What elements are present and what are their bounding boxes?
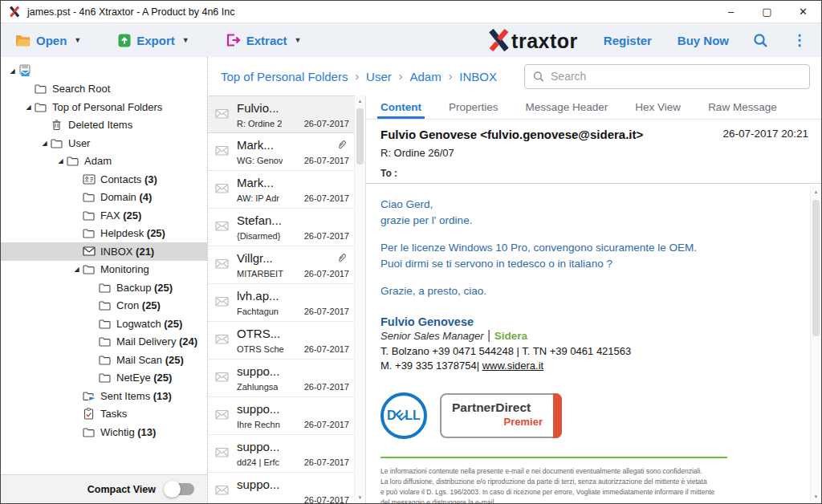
message-date: 26-07-2017 bbox=[304, 344, 349, 354]
tree-item-label: Logwatch bbox=[116, 318, 161, 330]
message-list-item[interactable]: OTRS...OTRS Sche26-07-2017 bbox=[208, 322, 354, 360]
buy-now-link[interactable]: Buy Now bbox=[678, 34, 729, 47]
signature-block: Fulvio Genovese Senior Sales Manager | S… bbox=[380, 315, 794, 372]
tree-item-mail-delivery[interactable]: Mail Delivery (24) bbox=[1, 333, 207, 352]
tree-item-mail-scan[interactable]: Mail Scan (25) bbox=[1, 351, 207, 369]
tree-item-fax[interactable]: FAX (25) bbox=[1, 206, 207, 225]
tab-content[interactable]: Content bbox=[380, 96, 421, 119]
tree-item-contacts[interactable]: Contacts (3) bbox=[1, 170, 207, 189]
xtraxtor-brand-logo: traxtor bbox=[487, 29, 578, 51]
tree-item-count: (25) bbox=[144, 227, 165, 239]
message-list-item[interactable]: suppo...dd24 | Erfc26-07-2017 bbox=[208, 435, 354, 473]
message-list-item[interactable]: suppo...Zahlungsa26-07-2017 bbox=[208, 360, 354, 397]
message-list-item[interactable]: Mark...WG: Genov26-07-2017 bbox=[208, 133, 354, 171]
tree-item-count: (4) bbox=[136, 191, 153, 203]
compact-view-toggle[interactable] bbox=[165, 483, 194, 495]
scroll-up-icon[interactable]: ▲ bbox=[811, 189, 821, 194]
tree-item-search-root[interactable]: Search Root bbox=[1, 80, 207, 99]
folder-icon bbox=[98, 282, 112, 294]
folder-icon bbox=[98, 372, 112, 384]
tree-item-wichtig[interactable]: Wichtig (13) bbox=[1, 423, 207, 441]
tree-item-root[interactable]: ◢ bbox=[1, 62, 207, 80]
export-file-icon bbox=[118, 34, 131, 47]
scrollbar-thumb[interactable] bbox=[356, 108, 364, 165]
tree-item-neteye[interactable]: NetEye (25) bbox=[1, 369, 207, 388]
kebab-menu-icon[interactable]: ⋮ bbox=[792, 33, 807, 47]
message-sender: Mark... bbox=[237, 138, 349, 153]
message-subject: Fachtagun bbox=[237, 307, 279, 316]
tab-message-header[interactable]: Message Header bbox=[526, 96, 608, 119]
tree-item-label: Backup bbox=[116, 282, 151, 294]
window-title: james.pst - 4n6 Xtraxtor - A Product by … bbox=[27, 6, 234, 18]
tree-item-user[interactable]: ◢User bbox=[1, 134, 207, 152]
message-list-item[interactable]: Stefan...{Disarmed}26-07-2017 bbox=[208, 209, 354, 246]
expand-arrow-icon[interactable]: ◢ bbox=[55, 157, 66, 165]
export-button[interactable]: Export ▼ bbox=[118, 34, 189, 47]
search-input[interactable] bbox=[551, 70, 801, 83]
extract-button[interactable]: Extract ▼ bbox=[226, 34, 302, 47]
search-icon[interactable] bbox=[753, 33, 768, 48]
breadcrumb-item-user[interactable]: User bbox=[366, 70, 392, 83]
message-subject: OTRS Sche bbox=[237, 344, 284, 354]
expand-arrow-icon[interactable]: ◢ bbox=[23, 104, 34, 111]
tree-item-tasks[interactable]: Tasks bbox=[1, 405, 207, 424]
tree-item-backup[interactable]: Backup (25) bbox=[1, 278, 207, 297]
tab-raw-message[interactable]: Raw Message bbox=[708, 96, 777, 119]
tree-item-logwatch[interactable]: Logwatch (25) bbox=[1, 315, 207, 333]
maximize-button[interactable]: ▢ bbox=[749, 1, 785, 22]
tree-item-adam[interactable]: ◢Adam bbox=[1, 152, 207, 171]
message-list-item[interactable]: Fulvio...R: Ordine 226-07-2017 bbox=[208, 96, 354, 133]
message-list-item[interactable]: suppo...26-07-2017 bbox=[208, 473, 354, 503]
message-sender: Villgr... bbox=[237, 251, 349, 266]
folder-icon bbox=[82, 227, 96, 239]
message-list-item[interactable]: lvh.ap...Fachtagun26-07-2017 bbox=[208, 284, 354, 322]
folder-icon bbox=[34, 101, 47, 113]
body-paragraph: Per le licenze Windows 10 Pro, convengon… bbox=[380, 240, 794, 271]
content-scrollbar[interactable]: ▲ ▼ bbox=[810, 185, 821, 503]
disclaimer-italian: Le informazioni contenute nella presente… bbox=[380, 466, 794, 503]
body-paragraph: Grazie, a presto, ciao. bbox=[380, 283, 794, 299]
tree-item-top-of-personal-folders[interactable]: ◢Top of Personal Folders bbox=[1, 98, 207, 116]
breadcrumb-item-inbox[interactable]: INBOX bbox=[459, 70, 497, 83]
message-date: 26-07-2017 bbox=[304, 269, 349, 278]
breadcrumb-bar: Top of Personal Folders›User›Adam›INBOX bbox=[208, 57, 821, 96]
disclaimer-line: e può violare il D. Lgs. 196/2003. In ca… bbox=[380, 487, 794, 498]
tree-item-deleted-items[interactable]: Deleted Items bbox=[1, 116, 207, 135]
scroll-down-icon[interactable]: ▼ bbox=[355, 495, 365, 500]
mail-to-label: To : bbox=[380, 168, 807, 179]
breadcrumb-item-adam[interactable]: Adam bbox=[409, 70, 441, 83]
message-list-item[interactable]: Mark...AW: IP Adr26-07-2017 bbox=[208, 171, 354, 209]
message-list-item[interactable]: Villgr...MITARBEIT26-07-2017 bbox=[208, 246, 354, 284]
expand-arrow-icon[interactable]: ◢ bbox=[71, 266, 82, 273]
scrollbar-thumb[interactable] bbox=[812, 200, 820, 336]
message-list-scrollbar[interactable]: ▲ ▼ bbox=[354, 96, 365, 503]
tree-item-helpdesk[interactable]: Helpdesk (25) bbox=[1, 225, 207, 243]
mail-body: Ciao Gerd,grazie per l' ordine.Per le li… bbox=[366, 184, 810, 503]
message-sender: Fulvio... bbox=[237, 101, 349, 116]
scroll-down-icon[interactable]: ▼ bbox=[811, 494, 821, 499]
breadcrumb-item-top-of-personal-folders[interactable]: Top of Personal Folders bbox=[221, 70, 348, 83]
message-sender: OTRS... bbox=[237, 327, 349, 342]
tree-item-sent-items[interactable]: Sent Items (13) bbox=[1, 387, 207, 405]
signature-website-link[interactable]: www.sidera.it bbox=[482, 360, 544, 372]
sent-icon bbox=[82, 390, 96, 402]
tree-item-label: NetEye bbox=[116, 372, 151, 384]
message-list-item[interactable]: suppo...Ihre Rechn26-07-2017 bbox=[208, 397, 354, 435]
tab-properties[interactable]: Properties bbox=[449, 96, 498, 119]
scroll-up-icon[interactable]: ▲ bbox=[355, 99, 365, 104]
envelope-icon bbox=[215, 221, 229, 231]
expand-arrow-icon[interactable]: ◢ bbox=[39, 140, 50, 147]
close-button[interactable]: ✕ bbox=[785, 1, 821, 22]
open-button[interactable]: Open ▼ bbox=[15, 34, 81, 47]
minimize-button[interactable]: – bbox=[713, 1, 749, 22]
tree-item-inbox[interactable]: INBOX (21) bbox=[1, 242, 207, 261]
register-link[interactable]: Register bbox=[604, 34, 652, 47]
expand-arrow-icon[interactable]: ◢ bbox=[7, 67, 18, 75]
tree-item-cron[interactable]: Cron (25) bbox=[1, 297, 207, 315]
tree-item-monitoring[interactable]: ◢Monitoring bbox=[1, 261, 207, 279]
tab-hex-view[interactable]: Hex View bbox=[635, 96, 681, 119]
tree-item-count: (25) bbox=[161, 318, 183, 330]
tree-item-domain[interactable]: Domain (4) bbox=[1, 189, 207, 207]
message-subject: dd24 | Erfc bbox=[237, 457, 279, 467]
message-date: 26-07-2017 bbox=[304, 307, 349, 316]
